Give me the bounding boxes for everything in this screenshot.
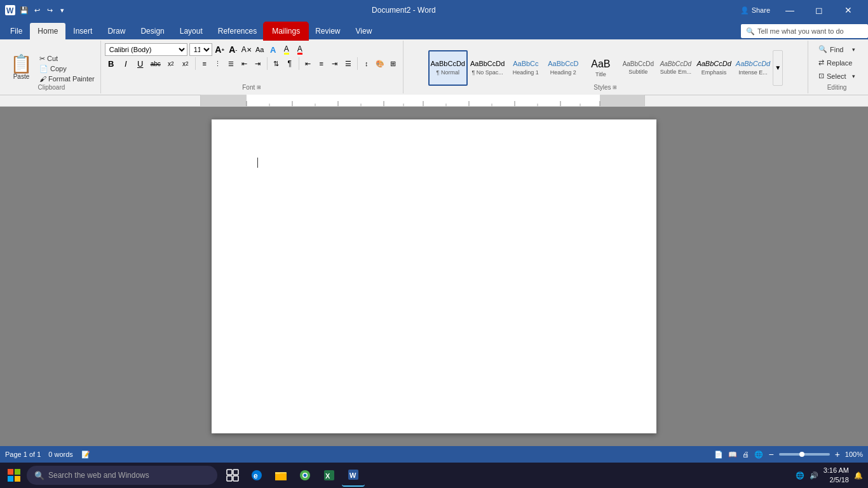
style-no-spacing[interactable]: AaBbCcDd ¶ No Spac... [468,50,506,86]
taskbar-task-view[interactable] [221,464,244,487]
svg-text:W: W [6,6,14,15]
zoom-slider[interactable] [779,453,830,456]
style-heading2-label: Heading 2 [550,69,576,76]
tab-insert[interactable]: Insert [65,23,100,39]
italic-btn[interactable]: I [119,57,132,70]
minimize-btn[interactable]: — [775,0,804,20]
font-size-select[interactable]: 11 [189,43,212,56]
status-bar: Page 1 of 1 0 words 📝 📄 📖 🖨 🌐 − + 100% [0,446,868,463]
close-btn[interactable]: ✕ [834,0,863,20]
customize-quick-btn[interactable]: ▾ [57,5,67,15]
tell-me-input[interactable]: 🔍 Tell me what you want to do [741,24,868,38]
zoom-in-btn[interactable]: + [835,449,840,459]
check-icon: 📝 [81,449,91,459]
styles-label: Styles ⊞ [403,84,808,92]
font-color-btn[interactable]: A [294,44,306,55]
share-btn[interactable]: Share [752,6,770,14]
style-intense-e[interactable]: AaBbCcDd Intense E... [734,50,772,86]
font-row-2: B I U abc x2 x2 ≡ ⋮ ☰ ⇤ ⇥ ⇅ ¶ ⇤ ≡ ⇥ [105,57,399,70]
font-group-expand[interactable]: ⊞ [257,85,261,90]
web-layout-btn[interactable]: 🌐 [754,451,763,459]
taskbar-search[interactable]: 🔍 Search the web and Windows [27,466,217,485]
line-spacing-btn[interactable]: ↕ [361,58,372,69]
edge-icon: e [250,469,263,482]
tab-references[interactable]: References [210,23,264,39]
maximize-btn[interactable]: ◻ [804,0,834,20]
strikethrough-btn[interactable]: abc [149,58,163,69]
style-title[interactable]: AaB Title [582,50,619,86]
taskbar-excel[interactable]: X [318,464,341,487]
style-emphasis[interactable]: AaBbCcDd Emphasis [695,50,733,86]
tab-view[interactable]: View [348,23,380,39]
styles-group: AaBbCcDd ¶ Normal AaBbCcDd ¶ No Spac... … [403,41,808,93]
redo-quick-btn[interactable]: ↪ [44,5,55,15]
tab-draw[interactable]: Draw [100,23,133,39]
quick-access-toolbar: 💾 ↩ ↪ ▾ [19,5,67,15]
word-count: 0 words [48,451,73,458]
taskbar-edge[interactable]: e [245,464,268,487]
highlight-color-btn[interactable]: A [281,44,292,55]
clear-format-btn[interactable]: A✕ [241,44,252,55]
show-formatting-btn[interactable]: ¶ [284,58,295,69]
shading-btn[interactable]: 🎨 [374,58,386,69]
style-heading1[interactable]: AaBbCc Heading 1 [507,50,544,86]
font-name-select[interactable]: Calibri (Body) [105,43,187,56]
tab-design[interactable]: Design [133,23,172,39]
find-button[interactable]: 🔍 Find ▾ [815,43,859,55]
replace-icon: ⇄ [818,58,824,67]
style-subtitle[interactable]: AaBbCcDd Subtitle [620,50,656,86]
zoom-out-btn[interactable]: − [768,449,773,459]
print-layout-btn[interactable]: 🖨 [742,451,749,458]
select-button[interactable]: ⊡ Select ▾ [815,70,859,82]
justify-btn[interactable]: ☰ [342,58,354,69]
superscript-btn[interactable]: x2 [179,58,192,69]
cut-button[interactable]: ✂ Cut [37,54,97,64]
underline-btn[interactable]: U [134,57,147,70]
ribbon-tabs: File Home Insert Draw Design Layout Refe… [0,20,868,39]
start-button[interactable] [3,464,25,487]
taskbar-chrome[interactable] [294,464,316,487]
shrink-font-btn[interactable]: A- [227,44,239,55]
sort-btn[interactable]: ⇅ [271,58,282,69]
replace-button[interactable]: ⇄ Replace [815,57,859,69]
taskbar-word[interactable]: W [342,464,365,487]
style-subtle-em[interactable]: AaBbCcDd Subtle Em... [657,50,694,86]
taskbar-file-explorer[interactable] [269,464,292,487]
tab-file[interactable]: File [3,23,30,39]
svg-rect-24 [8,476,13,482]
numbering-btn[interactable]: ⋮ [212,58,224,69]
bold-btn[interactable]: B [105,57,118,70]
text-case-btn[interactable]: Aa [254,44,266,55]
decrease-indent-btn[interactable]: ⇤ [239,58,250,69]
align-left-btn[interactable]: ⇤ [302,58,314,69]
tab-home[interactable]: Home [30,23,65,39]
network-icon: 🌐 [796,471,804,480]
format-painter-button[interactable]: 🖌 Format Painter [37,74,97,83]
notification-icon: 🔔 [854,471,863,480]
style-heading2[interactable]: AaBbCcD Heading 2 [545,50,581,86]
save-quick-btn[interactable]: 💾 [19,5,29,15]
styles-scroll-down[interactable]: ▼ [773,50,783,86]
borders-btn[interactable]: ⊞ [388,58,399,69]
undo-quick-btn[interactable]: ↩ [32,5,42,15]
bullets-btn[interactable]: ≡ [199,58,210,69]
read-mode-btn[interactable]: 📖 [728,451,737,459]
document-page[interactable] [212,119,656,433]
grow-font-btn[interactable]: A+ [214,44,226,55]
text-effects-btn[interactable]: A [268,44,279,55]
tab-review[interactable]: Review [308,23,348,39]
styles-group-expand[interactable]: ⊞ [613,85,617,90]
focus-mode-btn[interactable]: 📄 [714,451,723,459]
subscript-btn[interactable]: x2 [165,58,177,69]
increase-indent-btn[interactable]: ⇥ [252,58,264,69]
copy-button[interactable]: 📄 Copy [37,64,97,74]
multilevel-btn[interactable]: ☰ [226,58,237,69]
style-normal[interactable]: AaBbCcDd ¶ Normal [428,50,468,86]
align-right-btn[interactable]: ⇥ [329,58,341,69]
ruler: // rendered statically [0,95,868,107]
align-center-btn[interactable]: ≡ [316,58,327,69]
svg-rect-28 [227,476,232,481]
tab-mailings[interactable]: Mailings [264,23,308,39]
paste-button[interactable]: 📋 Paste [6,54,36,81]
tab-layout[interactable]: Layout [172,23,210,39]
